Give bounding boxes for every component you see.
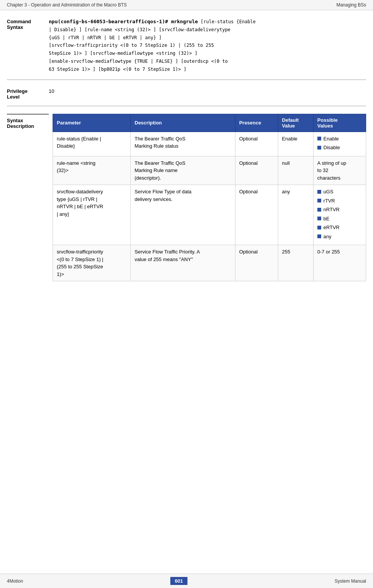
footer-left: 4Motion: [7, 578, 23, 584]
cell-possible: EnableDisable: [313, 132, 366, 156]
bullet-item: bE: [317, 215, 362, 223]
header-right: Managing BSs: [336, 2, 366, 8]
cell-default: null: [278, 156, 314, 185]
cell-description: Service Flow Type of data delivery servi…: [131, 185, 235, 245]
cell-parameter: rule-status {Enable | Disable}: [53, 132, 131, 156]
syntax-divider: [7, 114, 49, 115]
page-header: Chapter 3 - Operation and Administration…: [0, 0, 373, 10]
bullet-square-icon: [317, 137, 321, 140]
cell-default: 255: [278, 245, 314, 281]
command-bold: npu(config-bs-66053-bearertrafficqos-1)#…: [49, 19, 198, 24]
cell-parameter: srvcflow-datadelivery type {uGS | rTVR |…: [53, 185, 131, 245]
bullet-square-icon: [317, 146, 321, 150]
bullet-square-icon: [317, 217, 321, 220]
table-row: srvcflow-datadelivery type {uGS | rTVR |…: [53, 185, 366, 245]
cell-presence: Optional: [235, 245, 278, 281]
cell-presence: Optional: [235, 132, 278, 156]
th-parameter: Parameter: [53, 114, 131, 132]
page-footer: 4Motion 601 System Manual: [0, 574, 373, 588]
footer-page-number: 601: [170, 577, 188, 585]
command-syntax-section: CommandSyntax npu(config-bs-66053-bearer…: [7, 18, 366, 80]
table-row: srvcflow-trafficpriority <(0 to 7 StepSi…: [53, 245, 366, 281]
bullet-square-icon: [317, 199, 321, 202]
footer-right: System Manual: [335, 578, 366, 584]
bullet-text: rTVR: [323, 197, 335, 205]
bullet-square-icon: [317, 226, 321, 229]
table-row: rule-status {Enable | Disable}The Bearer…: [53, 132, 366, 156]
cell-default: any: [278, 185, 314, 245]
header-left: Chapter 3 - Operation and Administration…: [7, 2, 127, 8]
cell-description: Service Flow Traffic Priority. A value o…: [131, 245, 235, 281]
privilege-level-value: 10: [49, 88, 366, 100]
bullet-text: bE: [323, 215, 330, 223]
bullet-item: any: [317, 233, 362, 241]
th-possible-values: PossibleValues: [313, 114, 366, 132]
possible-text: 0-7 or 255: [317, 249, 340, 255]
cell-possible: uGSrTVRnRTVRbEeRTVRany: [313, 185, 366, 245]
bullet-text: Disable: [323, 144, 340, 151]
privilege-level-section: PrivilegeLevel 10: [7, 88, 366, 106]
table-row: rule-name <string (32)>The Bearer Traffi…: [53, 156, 366, 185]
cell-parameter: srvcflow-trafficpriority <(0 to 7 StepSi…: [53, 245, 131, 281]
privilege-level-label: PrivilegeLevel: [7, 88, 49, 100]
th-presence: Presence: [235, 114, 278, 132]
bullet-item: uGS: [317, 188, 362, 196]
bullet-item: nRTVR: [317, 206, 362, 214]
bullet-text: eRTVR: [323, 224, 339, 231]
cell-default: Enable: [278, 132, 314, 156]
bullet-square-icon: [317, 208, 321, 212]
bullet-text: nRTVR: [323, 206, 339, 214]
bullet-text: Enable: [323, 135, 339, 143]
bullet-item: Enable: [317, 135, 362, 143]
bullet-item: eRTVR: [317, 224, 362, 231]
bullet-square-icon: [317, 234, 321, 238]
syntax-description-label-wrap: SyntaxDescription: [7, 114, 53, 282]
bullet-item: Disable: [317, 144, 362, 151]
th-description: Description: [131, 114, 235, 132]
possible-text: A string of up to 32 characters: [317, 160, 346, 181]
command-syntax-content: npu(config-bs-66053-bearertrafficqos-1)#…: [49, 18, 366, 73]
syntax-table-wrap: Parameter Description Presence DefaultVa…: [53, 114, 366, 282]
cell-description: The Bearer Traffic QoS Marking Rule name…: [131, 156, 235, 185]
command-syntax-label: CommandSyntax: [7, 18, 49, 73]
th-default-value: DefaultValue: [278, 114, 314, 132]
cell-possible: A string of up to 32 characters: [313, 156, 366, 185]
command-mono: [rule-status {Enable | Disable} ] [rule-…: [49, 19, 256, 72]
page-content: CommandSyntax npu(config-bs-66053-bearer…: [0, 10, 373, 319]
bullet-text: any: [323, 233, 331, 241]
cell-description: The Bearer Traffic QoS Marking Rule stat…: [131, 132, 235, 156]
syntax-description-section: SyntaxDescription Parameter Description …: [7, 114, 366, 282]
cell-possible: 0-7 or 255: [313, 245, 366, 281]
bullet-item: rTVR: [317, 197, 362, 205]
cell-presence: Optional: [235, 185, 278, 245]
bullet-square-icon: [317, 190, 321, 194]
cell-presence: Optional: [235, 156, 278, 185]
table-header-row: Parameter Description Presence DefaultVa…: [53, 114, 366, 132]
syntax-table: Parameter Description Presence DefaultVa…: [53, 114, 366, 282]
bullet-text: uGS: [323, 188, 333, 196]
cell-parameter: rule-name <string (32)>: [53, 156, 131, 185]
syntax-description-label: SyntaxDescription: [7, 116, 49, 129]
